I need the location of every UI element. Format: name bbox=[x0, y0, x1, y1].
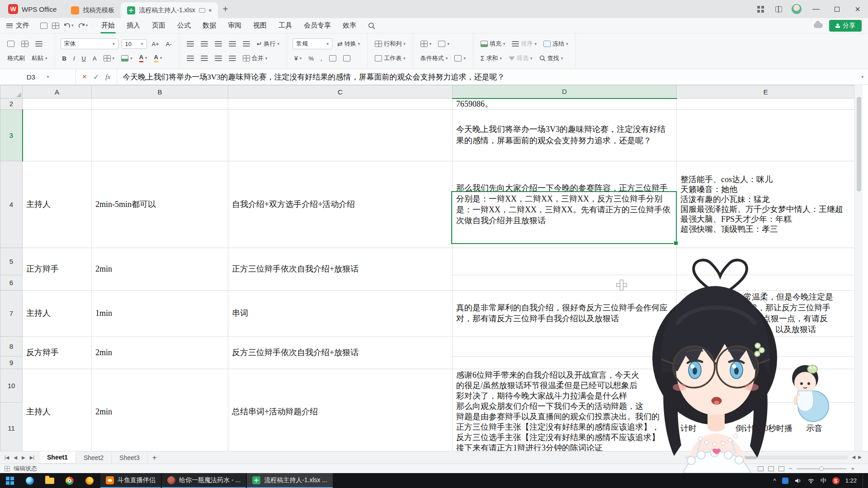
font-color-button[interactable]: A▾ bbox=[137, 53, 149, 63]
doc-tab-template-store[interactable]: 找稿壳模板 bbox=[65, 2, 121, 18]
align-middle-button[interactable] bbox=[199, 40, 210, 47]
cell-e10[interactable] bbox=[677, 369, 855, 403]
format-painter-button[interactable]: 格式刷 bbox=[5, 53, 27, 63]
new-document-tab-button[interactable]: + bbox=[218, 0, 233, 18]
zoom-slider-knob[interactable] bbox=[819, 466, 824, 471]
vertical-scrollbar[interactable] bbox=[854, 85, 863, 451]
currency-format-button[interactable]: ¥▾ bbox=[292, 54, 303, 62]
col-header-d[interactable]: D bbox=[453, 85, 677, 99]
select-all-corner[interactable] bbox=[0, 85, 23, 99]
strikethrough-button[interactable]: A bbox=[91, 54, 99, 63]
font-name-select[interactable]: 宋体▾ bbox=[61, 38, 118, 49]
cell-b2[interactable] bbox=[92, 99, 228, 110]
row-header-4[interactable]: 4 bbox=[0, 161, 23, 248]
col-header-a[interactable]: A bbox=[23, 85, 92, 99]
zoom-slider[interactable] bbox=[797, 468, 846, 469]
cell-e5[interactable] bbox=[677, 248, 855, 275]
taskbar-explorer-button[interactable] bbox=[40, 473, 60, 488]
cell-d6[interactable] bbox=[453, 275, 677, 290]
first-sheet-button[interactable]: |◀ bbox=[5, 455, 9, 460]
tray-app-icon[interactable] bbox=[782, 478, 788, 484]
increase-indent-button[interactable] bbox=[241, 40, 252, 47]
undo-button[interactable]: ▾ bbox=[64, 23, 74, 28]
decrease-font-button[interactable]: A- bbox=[164, 40, 174, 48]
redo-button[interactable]: ▾ bbox=[78, 23, 88, 28]
cell-d4[interactable]: 那么我们先向大家介绍一下今晚的参赛阵容，正方三位辩手分别是：一辩XX，二辩XX，… bbox=[453, 161, 677, 248]
ribbon-tab-formula[interactable]: 公式 bbox=[171, 18, 197, 33]
row-header-8[interactable]: 8 bbox=[0, 336, 23, 356]
borders-button[interactable]: ▾ bbox=[102, 54, 117, 62]
row-header-7[interactable]: 7 bbox=[0, 290, 23, 336]
cell-c10[interactable]: 总结串词+活动辩题介绍 bbox=[228, 369, 453, 454]
doc-tab-current-workbook[interactable]: 流程稿主持人-1.xlsx bbox=[121, 2, 217, 18]
show-desktop-button[interactable] bbox=[863, 473, 865, 488]
file-menu-button[interactable]: 文件 bbox=[0, 21, 36, 30]
clock[interactable]: 1:22 bbox=[845, 477, 857, 484]
ribbon-tab-tools[interactable]: 工具 bbox=[273, 18, 298, 33]
share-button[interactable]: 分享 bbox=[829, 20, 862, 32]
justify-button[interactable] bbox=[227, 55, 238, 62]
taskbar-app-browser-page[interactable]: 给你一瓶魔法药水 - ... bbox=[162, 473, 246, 488]
page-break-view-icon[interactable] bbox=[778, 466, 784, 471]
cell-e6[interactable] bbox=[677, 275, 855, 290]
cell-a5[interactable]: 正方辩手 bbox=[23, 248, 92, 290]
last-sheet-button[interactable]: ▶| bbox=[30, 455, 34, 460]
cell-c5[interactable]: 正方三位辩手依次自我介绍+放狠话 bbox=[228, 248, 453, 290]
freeze-button[interactable]: 冻结▾ bbox=[542, 39, 570, 49]
row-header-5[interactable]: 5 bbox=[0, 248, 23, 275]
cell-a2[interactable] bbox=[23, 99, 92, 110]
font-size-select[interactable]: 10▾ bbox=[122, 39, 147, 49]
cell-c7[interactable]: 串词 bbox=[228, 290, 453, 336]
cell-a4[interactable]: 主持人 bbox=[23, 161, 92, 248]
row-header-2[interactable]: 2 bbox=[0, 99, 23, 110]
decrease-indent-button[interactable] bbox=[227, 40, 238, 47]
zoom-in-button[interactable]: + bbox=[851, 465, 854, 472]
increase-font-button[interactable]: A+ bbox=[150, 40, 161, 48]
convert-button[interactable]: ⇄转换▾ bbox=[335, 39, 362, 49]
wps-home-button[interactable]: W WPS Office bbox=[0, 0, 65, 18]
scroll-left-button[interactable]: ◀ bbox=[852, 455, 856, 460]
ribbon-tab-home[interactable]: 开始 bbox=[95, 18, 121, 33]
cell-e9[interactable] bbox=[677, 356, 855, 369]
add-sheet-button[interactable]: + bbox=[148, 451, 161, 464]
minimize-button[interactable]: — bbox=[806, 0, 826, 18]
underline-button[interactable]: U bbox=[80, 54, 88, 63]
horizontal-scrollbar[interactable] bbox=[685, 455, 848, 460]
cell-d10[interactable]: 感谢6位辩手带来的自我介绍以及开战宣言，今天火 的很足/虽然放狠话环节很温柔但是… bbox=[453, 369, 677, 454]
paste-big-button[interactable] bbox=[5, 40, 16, 48]
sheet-tab-sheet2[interactable]: Sheet2 bbox=[76, 451, 112, 464]
taskbar-chrome-button[interactable] bbox=[60, 473, 80, 488]
taskbar-edge-button[interactable] bbox=[20, 473, 40, 488]
cell-d9[interactable] bbox=[453, 356, 677, 369]
vertical-scrollbar-thumb[interactable] bbox=[857, 97, 861, 192]
confirm-entry-button[interactable]: ✓ bbox=[93, 73, 99, 81]
prev-sheet-button[interactable]: ◀ bbox=[14, 455, 17, 460]
cell-b7[interactable]: 1min bbox=[92, 290, 228, 336]
insert-function-button[interactable]: fx bbox=[105, 73, 110, 81]
cell-e4[interactable]: 整活能手、cos达人：咪儿 天籁嗓音：她他 活泼有趣的小瓦妹：猛龙 国服最强泽拉… bbox=[677, 161, 855, 248]
comma-format-button[interactable]: , bbox=[319, 54, 324, 63]
cell-e7[interactable]: 常温柔，但是今晚注定是 戏，那让反方三位辩手 一点狠一点，有请反 以及放狠话 bbox=[677, 290, 855, 336]
paste-button[interactable]: 粘贴▾ bbox=[30, 53, 49, 63]
ribbon-tab-insert[interactable]: 插入 bbox=[121, 18, 146, 33]
start-button[interactable] bbox=[0, 473, 20, 488]
cell-style-button[interactable]: ▾ bbox=[436, 40, 451, 48]
cut-button[interactable] bbox=[33, 40, 44, 47]
save-button[interactable] bbox=[40, 23, 47, 29]
row-header-9[interactable]: 9 bbox=[0, 356, 23, 369]
cell-a10[interactable]: 主持人 bbox=[23, 369, 92, 454]
align-bottom-button[interactable] bbox=[213, 40, 224, 47]
highlight-color-button[interactable]: A▾ bbox=[152, 53, 164, 63]
next-sheet-button[interactable]: ▶ bbox=[22, 455, 25, 460]
cell-c8[interactable]: 反方三位辩手依次自我介绍+放狠话 bbox=[228, 336, 453, 369]
cell-e2[interactable] bbox=[677, 99, 855, 110]
tray-expand-button[interactable]: ^ bbox=[774, 477, 776, 484]
sum-button[interactable]: Σ求和▾ bbox=[479, 53, 504, 63]
table-style-button[interactable]: ▾ bbox=[419, 40, 434, 48]
cell-e3[interactable] bbox=[677, 109, 855, 161]
row-header-6[interactable]: 6 bbox=[0, 275, 23, 290]
cell-b4[interactable]: 2min-5min都可以 bbox=[92, 161, 228, 248]
taskbar-app-wps-workbook[interactable]: 流程稿主持人-1.xlsx ... bbox=[247, 473, 333, 488]
page-layout-view-icon[interactable] bbox=[768, 466, 774, 471]
close-button[interactable]: × bbox=[847, 0, 868, 18]
